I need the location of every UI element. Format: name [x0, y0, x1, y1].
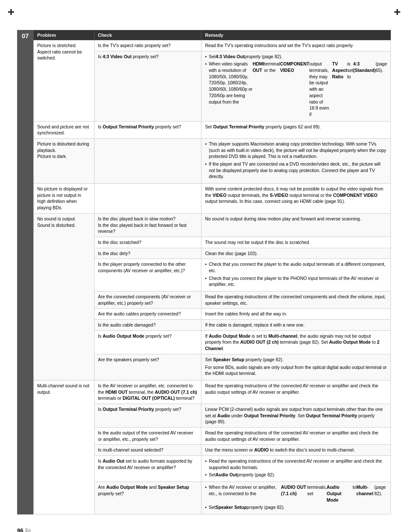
problem-cell: Picture is stretched.Aspect ratio cannot…: [34, 40, 95, 122]
bullet-item: When the AV receiver or amplifier, etc.,…: [205, 484, 387, 503]
remedy-cell: This player supports Macrovision analog …: [201, 138, 391, 183]
remedy-cell: If the cable is damaged, replace it with…: [201, 320, 391, 331]
check-cell: [94, 184, 201, 214]
remedy-cell: If Audio Output Mode is set to Multi-cha…: [201, 330, 391, 354]
page-number: 96: [17, 527, 23, 532]
table-row: No picture is displayed or picture is no…: [34, 184, 391, 214]
remedy-cell: Set Speaker Setup properly (page 82).For…: [201, 354, 391, 380]
bullet-item: Read the operating instructions of the c…: [205, 458, 387, 470]
header-remedy: Remedy: [201, 30, 391, 40]
check-cell: Is the disc played back in slow motion?I…: [94, 213, 201, 237]
problem-cell: Picture is disturbed during playback.Pic…: [34, 138, 95, 183]
bullet-item: Set Audio Out properly (page 82).: [205, 472, 387, 478]
page-lang: En: [25, 528, 30, 532]
remedy-cell: Read the operating instructions of the c…: [201, 428, 391, 445]
bullet-item: Check that you connect the player to the…: [205, 275, 387, 288]
check-cell: Is 4:3 Video Out properly set?: [94, 51, 201, 121]
check-cell: Is the AV receiver or amplifier, etc. co…: [94, 380, 201, 404]
remedy-cell: Set 4:3 Video Out properly (page 82).Whe…: [201, 51, 391, 121]
table-row: Multi-channel sound is not output.Is the…: [34, 380, 391, 404]
problem-cell: No sound is output.Sound is disturbed.: [34, 213, 95, 380]
problem-cell: Sound and picture are not synchronized.: [34, 121, 95, 138]
check-cell: [94, 138, 201, 183]
check-cell: Are the connected components (AV receive…: [94, 291, 201, 309]
remedy-cell: Insert the cables firmly and all the way…: [201, 309, 391, 320]
remedy-cell: Linear PCM (2-channel) audio signals are…: [201, 404, 391, 427]
table-row: No sound is output.Sound is disturbed.Is…: [34, 213, 391, 237]
check-cell: Is multi-channel sound selected?: [94, 445, 201, 456]
remedy-cell: Set Output Terminal Priority properly (p…: [201, 121, 391, 138]
check-cell: Is the player properly connected to the …: [94, 259, 201, 291]
check-cell: Is Output Terminal Priority properly set…: [94, 404, 201, 427]
check-cell: Is Output Terminal Priority properly set…: [94, 121, 201, 138]
page-container: ✛ ✛ ✛ ✛ ✛ 07 Problem Check Remedy: [0, 0, 408, 532]
remedy-cell: Check that you connect the player to the…: [201, 259, 391, 291]
bullet-item: Check that you connect the player to the…: [205, 261, 387, 273]
check-cell: Is the disc scratched?: [94, 237, 201, 248]
remedy-paragraph: Set Speaker Setup properly (page 82).: [205, 357, 387, 363]
chapter-number: 07: [17, 30, 33, 514]
table-row: Picture is stretched.Aspect ratio cannot…: [34, 40, 391, 51]
check-cell: Are the audio cables properly connected?: [94, 309, 201, 320]
remedy-cell: Read the operating instructions of the c…: [201, 291, 391, 309]
remedy-cell: Use the menu screen or AUDIO to switch t…: [201, 445, 391, 456]
bullet-item: This player supports Macrovision analog …: [205, 141, 387, 160]
check-cell: Is the audio output of the connected AV …: [94, 428, 201, 445]
remedy-cell: Read the operating instructions of the c…: [201, 456, 391, 482]
remedy-cell: The sound may not be output if the disc …: [201, 237, 391, 248]
table-row: Sound and picture are not synchronized.I…: [34, 121, 391, 138]
main-content: 07 Problem Check Remedy Picture is stret…: [17, 30, 391, 514]
page-footer: 96 En: [17, 527, 408, 532]
corner-mark-tr: ✛: [394, 8, 400, 17]
bullet-item: When video signals with a resolution of …: [205, 61, 387, 117]
header-check: Check: [94, 30, 201, 40]
check-cell: Are the speakers properly set?: [94, 354, 201, 380]
problem-cell: No picture is displayed or picture is no…: [34, 184, 95, 214]
corner-mark-tl: ✛: [8, 8, 14, 17]
bullet-item: Set 4:3 Video Out properly (page 82).: [205, 53, 387, 60]
remedy-cell: With some content protected discs, it ma…: [201, 184, 391, 214]
problem-cell: Multi-channel sound is not output.: [34, 380, 95, 514]
table-row: Picture is disturbed during playback.Pic…: [34, 138, 391, 183]
remedy-cell: No sound is output during slow motion pl…: [201, 213, 391, 237]
table-content: Problem Check Remedy Picture is stretche…: [33, 30, 391, 514]
check-cell: Is Audio Out set to audio formats suppor…: [94, 456, 201, 482]
check-cell: Is the disc dirty?: [94, 248, 201, 259]
check-cell: Is the TV's aspect ratio properly set?: [94, 40, 201, 51]
remedy-paragraph: For some BDs, audio signals are only out…: [205, 364, 387, 377]
bullet-item: Set Speaker Setup properly (page 82).: [205, 504, 387, 511]
troubleshoot-table: Problem Check Remedy Picture is stretche…: [33, 30, 391, 514]
check-cell: Are Audio Output Mode and Speaker Setup …: [94, 482, 201, 514]
bullet-item: If the player and TV are connected via a…: [205, 161, 387, 180]
header-problem: Problem: [34, 30, 95, 40]
remedy-cell: Read the TV's operating instructions and…: [201, 40, 391, 51]
remedy-cell: Clean the disc (page 103).: [201, 248, 391, 259]
check-cell: Is Audio Output Mode properly set?: [94, 330, 201, 354]
check-cell: Is the audio cable damaged?: [94, 320, 201, 331]
remedy-cell: Read the operating instructions of the c…: [201, 380, 391, 404]
table-wrapper: 07 Problem Check Remedy Picture is stret…: [17, 30, 391, 514]
remedy-cell: When the AV receiver or amplifier, etc.,…: [201, 482, 391, 514]
